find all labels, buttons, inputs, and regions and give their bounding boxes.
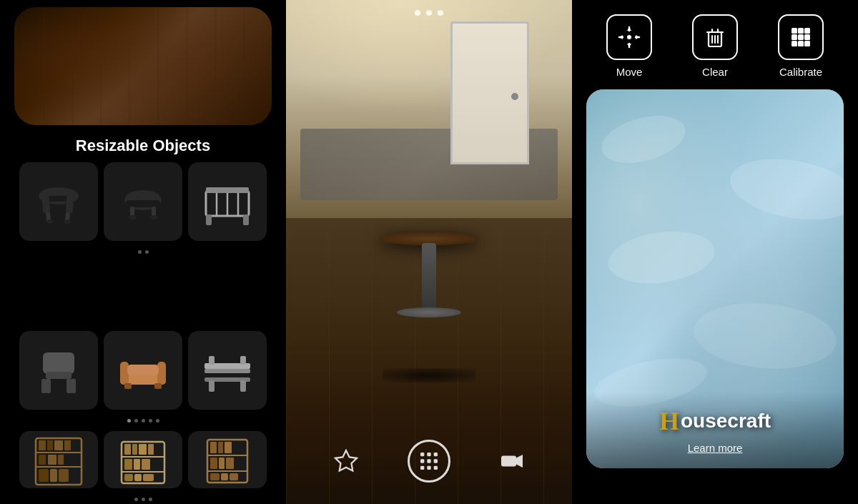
- svg-rect-46: [64, 440, 71, 450]
- dot: [145, 250, 149, 254]
- svg-marker-90: [627, 44, 631, 47]
- svg-rect-36: [240, 356, 246, 365]
- svg-rect-64: [134, 474, 142, 481]
- object-sofa[interactable]: [104, 331, 182, 410]
- svg-rect-84: [420, 466, 424, 470]
- svg-rect-57: [132, 444, 137, 455]
- table-shadow: [383, 368, 475, 382]
- calibrate-button[interactable]: Calibrate: [778, 14, 824, 78]
- object-bookshelf-small[interactable]: [188, 431, 267, 488]
- ar-table: [379, 232, 479, 375]
- dot-active: [127, 419, 131, 423]
- clear-button[interactable]: Clear: [692, 14, 738, 78]
- svg-rect-30: [127, 365, 159, 375]
- svg-rect-21: [43, 352, 74, 374]
- dot: [138, 250, 142, 254]
- right-panel: Move Clear: [572, 0, 858, 504]
- svg-rect-32: [154, 383, 162, 389]
- svg-point-13: [149, 215, 158, 219]
- object-crib[interactable]: [188, 162, 267, 241]
- window-light: [286, 0, 572, 114]
- svg-rect-61: [134, 459, 140, 470]
- door: [450, 21, 529, 164]
- move-label: Move: [616, 66, 643, 78]
- svg-marker-92: [636, 35, 639, 39]
- svg-rect-44: [47, 440, 53, 450]
- svg-rect-107: [792, 41, 797, 46]
- svg-rect-82: [427, 459, 430, 463]
- object-eames-chair[interactable]: [19, 162, 98, 241]
- camera-preview-left: [14, 7, 272, 125]
- svg-rect-15: [206, 187, 249, 193]
- object-eames-ottoman[interactable]: [104, 162, 182, 241]
- calibrate-icon: [789, 25, 813, 49]
- svg-rect-56: [124, 444, 131, 455]
- svg-rect-38: [209, 380, 214, 392]
- svg-rect-31: [124, 383, 132, 389]
- clear-label: Clear: [702, 66, 728, 78]
- svg-rect-86: [434, 466, 438, 470]
- svg-rect-63: [124, 474, 133, 481]
- svg-rect-28: [120, 362, 129, 385]
- svg-rect-78: [420, 453, 424, 456]
- dot: [134, 498, 138, 501]
- grid-button[interactable]: [408, 440, 450, 483]
- objects-grid: [5, 162, 281, 504]
- svg-rect-43: [39, 440, 46, 450]
- dot: [134, 419, 138, 423]
- page-dots: [415, 10, 443, 16]
- svg-rect-87: [501, 456, 516, 467]
- object-bookshelf-medium[interactable]: [104, 431, 182, 488]
- video-icon: [499, 448, 525, 474]
- dot-row-3: [19, 494, 267, 504]
- dot-3: [438, 10, 443, 16]
- calibrate-label: Calibrate: [779, 66, 822, 78]
- object-bookshelf-large[interactable]: [19, 431, 98, 488]
- video-button[interactable]: [496, 445, 528, 477]
- svg-rect-102: [798, 28, 804, 34]
- svg-marker-91: [619, 35, 623, 39]
- svg-rect-74: [226, 458, 234, 469]
- svg-rect-81: [420, 459, 424, 463]
- svg-rect-69: [210, 442, 217, 453]
- svg-rect-106: [804, 34, 810, 40]
- svg-rect-71: [225, 442, 232, 453]
- middle-panel: [286, 0, 572, 504]
- svg-rect-50: [39, 469, 49, 482]
- svg-marker-88: [516, 455, 523, 468]
- bookshelf-medium-icon: [114, 431, 172, 488]
- move-button[interactable]: Move: [606, 14, 652, 78]
- svg-marker-89: [627, 27, 631, 31]
- table-base-ring: [397, 307, 461, 317]
- svg-rect-34: [204, 369, 250, 373]
- svg-rect-26: [71, 379, 76, 393]
- svg-rect-109: [804, 41, 810, 46]
- svg-rect-49: [58, 455, 64, 465]
- dot: [142, 419, 145, 423]
- eames-chair-icon: [30, 173, 87, 230]
- housecraft-name-rest: ousecraft: [681, 410, 771, 433]
- svg-point-93: [627, 35, 631, 39]
- dot: [142, 498, 145, 501]
- svg-rect-23: [46, 379, 51, 393]
- dot: [156, 419, 159, 423]
- housecraft-logo-area: H ousecraft Learn more: [586, 392, 844, 468]
- dot-row-2: [19, 415, 267, 425]
- svg-rect-79: [427, 453, 430, 456]
- star-icon: [333, 448, 359, 474]
- svg-rect-51: [50, 469, 57, 482]
- svg-rect-20: [243, 214, 249, 225]
- svg-point-12: [128, 215, 137, 219]
- object-coffee-table[interactable]: [188, 331, 267, 410]
- learn-more-button[interactable]: Learn more: [688, 442, 743, 454]
- svg-rect-47: [39, 455, 46, 465]
- favorite-button[interactable]: [330, 445, 362, 477]
- object-dining-chair[interactable]: [19, 331, 98, 410]
- svg-rect-35: [209, 356, 214, 365]
- crib-icon: [199, 173, 256, 230]
- svg-rect-75: [210, 473, 220, 480]
- svg-rect-73: [219, 458, 225, 469]
- svg-rect-60: [124, 459, 132, 470]
- grid-icon: [418, 450, 440, 473]
- dot-2: [426, 10, 432, 16]
